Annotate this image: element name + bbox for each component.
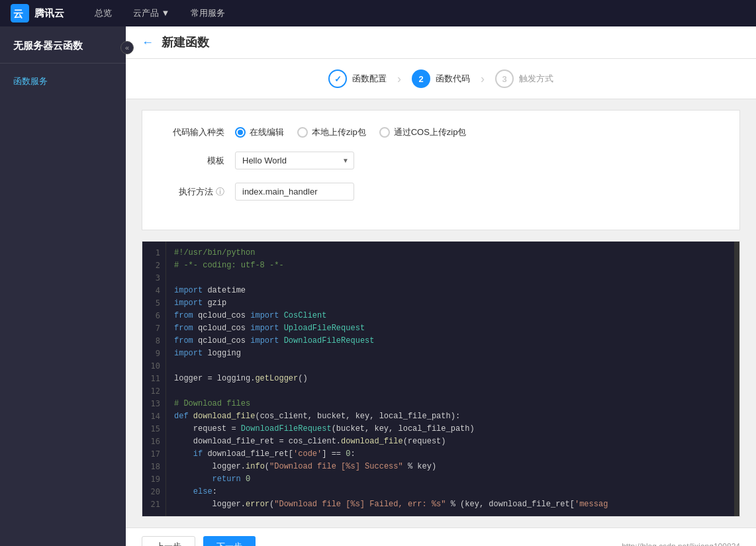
code-line-20: else: [174,486,726,498]
code-line-19: return 0 [174,473,726,486]
line-num-6: 6 [142,310,165,322]
line-num-5: 5 [142,297,165,310]
execute-control [235,183,354,201]
step-2-label: 函数代码 [436,73,470,85]
code-line-10 [174,360,726,373]
step-3-circle: 3 [495,69,514,88]
code-editor[interactable]: 1 2 3 4 5 6 7 8 9 10 11 12 13 14 15 16 1 [142,241,740,517]
footer-area: 上一步 下一步 http://blog.csdn.net/lixiang1008… [126,527,756,546]
execute-method-row: 执行方法 ⓘ [158,183,724,201]
footer-link: http://blog.csdn.net/lixiang100824 [622,542,740,546]
main-layout: 无服务器云函数 « 函数服务 ← 新建函数 ✓ 函数配置 › 2 函数代码 › … [0,26,756,546]
nav-products[interactable]: 云产品 ▼ [122,0,180,26]
page-title: 新建函数 [162,34,209,50]
code-line-8: from qcloud_cos import DownloadFileReque… [174,335,726,347]
code-line-12 [174,385,726,398]
step-3: 3 触发方式 [495,69,553,88]
line-num-19: 19 [142,473,165,486]
template-select-field: Hello World ▼ [235,152,354,169]
top-navigation: 云 腾讯云 总览 云产品 ▼ 常用服务 [0,0,756,26]
svg-text:云: 云 [13,8,23,19]
radio-online-label: 在线编辑 [250,126,284,138]
step-arrow-1: › [397,72,401,86]
line-num-16: 16 [142,435,165,448]
sidebar-item-functions[interactable]: 函数服务 [0,69,126,94]
code-line-11: logger = logging.getLogger() [174,373,726,385]
line-num-1: 1 [142,247,165,259]
code-lines[interactable]: #!/usr/bin/python # -*- coding: utf-8 -*… [166,242,734,516]
code-input-control: 在线编辑 本地上传zip包 通过COS上传zip包 [235,126,466,138]
code-line-7: from qcloud_cos import UploadFileRequest [174,322,726,335]
line-num-7: 7 [142,322,165,335]
execute-label-text: 执行方法 [179,187,213,197]
code-line-9: import logging [174,347,726,360]
form-area: 代码输入种类 在线编辑 本地上传zip包 通过COS上传zip包 [142,110,740,230]
radio-local-zip[interactable]: 本地上传zip包 [297,126,366,138]
page-header: ← 新建函数 [126,26,756,59]
nav-overview[interactable]: 总览 [84,0,122,26]
sidebar-collapse-btn[interactable]: « [120,41,134,54]
line-num-18: 18 [142,461,165,473]
radio-cos-zip-label: 通过COS上传zip包 [394,126,467,138]
sidebar: 无服务器云函数 « 函数服务 [0,26,126,546]
code-line-1: #!/usr/bin/python [174,247,726,259]
step-1-label: 函数配置 [352,73,387,85]
template-select[interactable]: Hello World [235,152,354,169]
step-1: ✓ 函数配置 [328,69,387,88]
radio-local-zip-btn[interactable] [297,127,308,138]
code-line-6: from qcloud_cos import CosClient [174,310,726,322]
next-button[interactable]: 下一步 [203,536,256,546]
line-num-15: 15 [142,423,165,435]
line-num-17: 17 [142,448,165,461]
logo-icon: 云 [11,4,29,23]
radio-online-btn[interactable] [235,127,246,138]
code-input-label: 代码输入种类 [158,126,224,138]
step-2-circle: 2 [412,69,430,88]
line-num-13: 13 [142,398,165,410]
code-line-4: import datetime [174,285,726,297]
nav-items: 总览 云产品 ▼ 常用服务 [84,0,236,26]
code-line-13: # Download files [174,398,726,410]
code-line-2: # -*- coding: utf-8 -*- [174,259,726,272]
code-line-14: def download_file(cos_client, bucket, ke… [174,410,726,423]
line-num-14: 14 [142,410,165,423]
steps-bar: ✓ 函数配置 › 2 函数代码 › 3 触发方式 [126,59,756,99]
line-num-4: 4 [142,285,165,297]
sidebar-title: 无服务器云函数 [0,26,126,64]
code-line-15: request = DownloadFileRequest(bucket, ke… [174,423,726,435]
back-button[interactable]: ← [142,36,154,50]
code-line-5: import gzip [174,297,726,310]
code-line-3 [174,272,726,285]
step-2: 2 函数代码 [412,69,470,88]
template-control: Hello World ▼ [235,152,354,169]
info-icon[interactable]: ⓘ [216,187,224,197]
step-1-circle: ✓ [328,69,347,88]
radio-cos-zip[interactable]: 通过COS上传zip包 [379,126,467,138]
code-input-row: 代码输入种类 在线编辑 本地上传zip包 通过COS上传zip包 [158,126,724,138]
line-num-3: 3 [142,272,165,285]
brand-name: 腾讯云 [34,7,64,20]
template-row: 模板 Hello World ▼ [158,152,724,169]
line-num-21: 21 [142,498,165,511]
template-label: 模板 [158,155,224,167]
line-num-11: 11 [142,373,165,385]
main-content: ← 新建函数 ✓ 函数配置 › 2 函数代码 › 3 触发方式 代码输入种 [126,26,756,546]
radio-online[interactable]: 在线编辑 [235,126,284,138]
code-line-18: logger.info("Download file [%s] Success"… [174,461,726,473]
prev-button[interactable]: 上一步 [142,536,195,546]
code-line-17: if download_file_ret['code'] == 0: [174,448,726,461]
execute-input[interactable] [235,183,354,201]
sidebar-menu: 函数服务 [0,64,126,99]
nav-common-services[interactable]: 常用服务 [180,0,236,26]
line-num-20: 20 [142,486,165,498]
brand-logo[interactable]: 云 腾讯云 [11,4,64,23]
code-area: 1 2 3 4 5 6 7 8 9 10 11 12 13 14 15 16 1 [142,242,739,516]
step-arrow-2: › [481,72,485,86]
code-line-21: logger.error("Download file [%s] Failed,… [174,498,726,511]
radio-cos-zip-btn[interactable] [379,127,390,138]
scrollbar[interactable] [734,242,739,516]
code-line-16: download_file_ret = cos_client.download_… [174,435,726,448]
line-num-9: 9 [142,347,165,360]
line-num-2: 2 [142,259,165,272]
line-num-12: 12 [142,385,165,398]
